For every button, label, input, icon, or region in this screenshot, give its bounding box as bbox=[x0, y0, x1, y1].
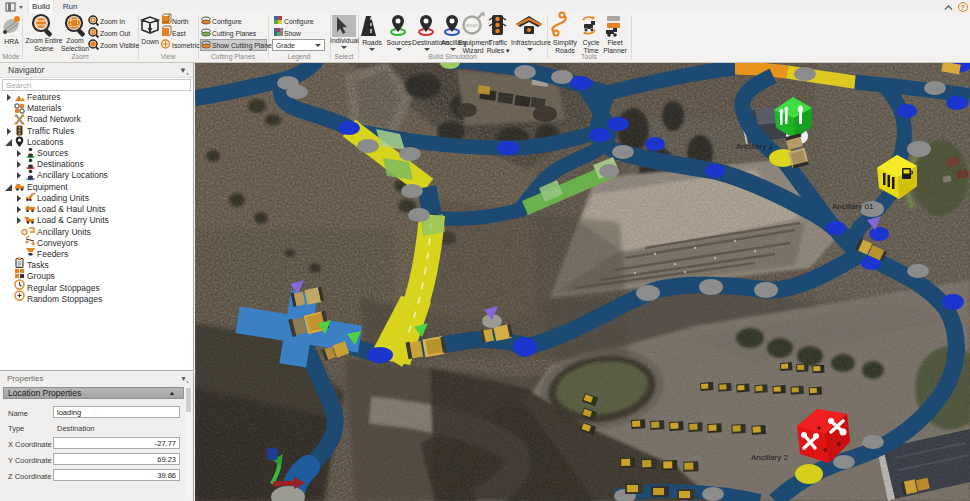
svg-text:Ancillary 1: Ancillary 1 bbox=[736, 142, 773, 151]
svg-text:VOLVO: VOLVO bbox=[466, 24, 478, 28]
svg-text:Ancillary 01: Ancillary 01 bbox=[832, 202, 874, 211]
svg-text:Ancillary 2: Ancillary 2 bbox=[751, 453, 788, 462]
